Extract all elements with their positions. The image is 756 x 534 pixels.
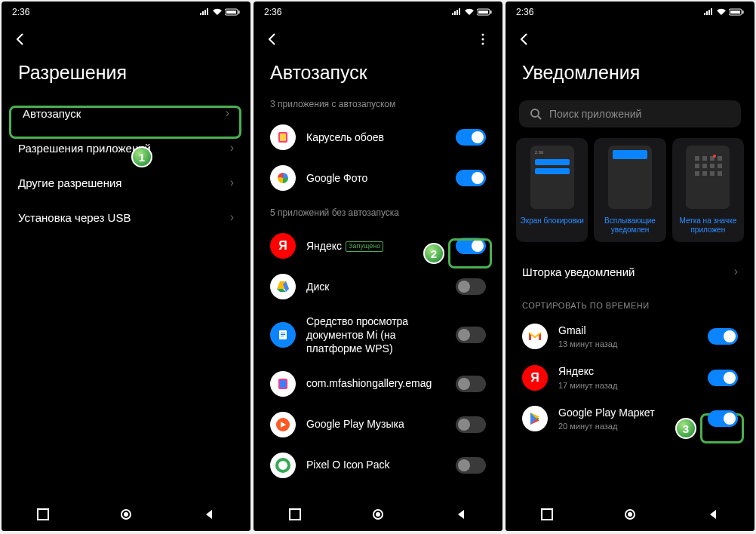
card-badge[interactable]: Метка на значке приложен — [672, 138, 744, 242]
row-label: Автозапуск — [23, 107, 226, 120]
back-button[interactable] — [12, 30, 30, 48]
sort-label: СОРТИРОВАТЬ ПО ВРЕМЕНИ — [506, 289, 754, 316]
row-label: Установка через USB — [18, 211, 230, 224]
status-icons — [451, 8, 492, 16]
nav-recents[interactable] — [540, 508, 554, 521]
toggle-switch-yandex[interactable] — [456, 238, 486, 254]
row-usb-install[interactable]: Установка через USB › — [2, 200, 250, 235]
toggle-switch[interactable] — [708, 410, 738, 427]
app-row: Средство просмотра документов Mi (на пла… — [254, 307, 502, 364]
back-button[interactable] — [516, 30, 534, 48]
statusbar: 2:36 — [254, 2, 502, 23]
svg-point-11 — [482, 43, 484, 45]
mock-floating — [608, 146, 652, 209]
row-notification-shade[interactable]: Шторка уведомлений › — [506, 254, 754, 289]
nav-recents[interactable] — [288, 508, 302, 521]
svg-point-10 — [482, 38, 484, 41]
svg-point-28 — [531, 109, 539, 117]
toggle-switch[interactable] — [456, 278, 486, 295]
app-icon-google-photos — [270, 165, 296, 191]
svg-rect-17 — [281, 336, 284, 336]
toggle-switch[interactable] — [456, 416, 486, 433]
card-label: Всплывающие уведомлен — [597, 216, 662, 235]
running-tag: Запущено — [346, 241, 383, 252]
status-icons — [199, 8, 240, 16]
svg-rect-3 — [38, 509, 48, 520]
svg-rect-27 — [742, 11, 744, 14]
app-label: Google Фото — [306, 171, 445, 185]
app-icon-drive — [270, 274, 296, 299]
svg-rect-7 — [478, 11, 488, 14]
app-row[interactable]: Google Play Маркет 20 минут назад — [506, 398, 754, 439]
section-subtitle-off: 5 приложений без автозапуска — [254, 198, 502, 226]
app-icon-mfashion — [270, 371, 296, 397]
navbar — [506, 498, 754, 531]
status-time: 2:36 — [516, 7, 533, 17]
phone-screen-permissions: 2:36 Разрешения Автозапуск › 1 Разрешени… — [2, 2, 250, 531]
row-autostart[interactable]: Автозапуск › — [6, 96, 246, 130]
card-label: Экран блокировки — [521, 216, 584, 226]
header — [254, 23, 502, 56]
toggle-switch[interactable] — [456, 457, 486, 474]
nav-back[interactable] — [706, 508, 720, 521]
svg-point-5 — [124, 512, 128, 517]
toggle-switch[interactable] — [456, 327, 486, 343]
toggle-switch-yandex[interactable] — [708, 370, 738, 386]
navbar — [254, 498, 502, 531]
app-row: Диск — [254, 266, 502, 307]
svg-rect-13 — [280, 134, 286, 141]
card-lockscreen[interactable]: 2:36 Экран блокировки — [516, 138, 588, 242]
nav-home[interactable] — [119, 508, 133, 521]
app-row-yandex[interactable]: Я Яндекс 17 минут назад — [506, 357, 754, 397]
app-icon-pixel-o — [270, 453, 296, 478]
app-icon-mi-docs — [270, 322, 296, 348]
svg-rect-19 — [280, 380, 286, 388]
svg-point-24 — [376, 512, 380, 517]
card-floating[interactable]: Всплывающие уведомлен — [594, 138, 665, 242]
app-icon-yandex: Я — [522, 365, 548, 391]
svg-rect-22 — [290, 509, 300, 520]
app-label: Яндекс 17 минут назад — [558, 364, 697, 390]
annotation-badge-2: 2 — [423, 243, 444, 264]
app-row[interactable]: Gmail 13 минут назад — [506, 316, 754, 357]
toggle-switch[interactable] — [708, 328, 738, 345]
svg-rect-2 — [238, 11, 240, 14]
app-row: Google Фото — [254, 158, 502, 198]
header — [506, 23, 754, 56]
app-sublabel: 13 минут назад — [558, 339, 697, 349]
more-menu-icon[interactable] — [474, 30, 492, 48]
section-subtitle-on: 3 приложения с автозапуском — [254, 96, 502, 117]
phone-screen-autostart: 2:36 Автозапуск 3 приложения с автозапус… — [254, 2, 502, 531]
nav-recents[interactable] — [36, 508, 50, 521]
row-label: Разрешения приложений — [18, 142, 230, 155]
search-input[interactable]: Поиск приложений — [519, 100, 741, 127]
page-title: Автозапуск — [254, 56, 502, 96]
mock-badge — [686, 146, 730, 209]
chevron-right-icon: › — [734, 265, 738, 278]
row-app-permissions[interactable]: Разрешения приложений › — [2, 130, 250, 165]
nav-back[interactable] — [454, 508, 468, 521]
row-label: Другие разрешения — [18, 176, 230, 189]
svg-point-31 — [628, 512, 632, 517]
app-row: Pixel O Icon Pack — [254, 445, 502, 480]
toggle-switch[interactable] — [456, 376, 486, 392]
card-label: Метка на значке приложен — [675, 216, 741, 235]
page-title: Уведомления — [506, 56, 754, 96]
app-label: Средство просмотра документов Mi (на пла… — [306, 315, 445, 356]
back-button[interactable] — [264, 30, 282, 48]
toggle-switch[interactable] — [456, 170, 486, 186]
row-other-permissions[interactable]: Другие разрешения › — [2, 165, 250, 200]
statusbar: 2:36 — [2, 2, 250, 23]
nav-home[interactable] — [623, 508, 637, 521]
annotation-badge-3: 3 — [675, 418, 696, 439]
svg-rect-1 — [226, 11, 236, 14]
svg-rect-29 — [542, 509, 552, 520]
row-label: Шторка уведомлений — [522, 265, 734, 278]
app-icon-carousel — [270, 124, 296, 150]
svg-rect-16 — [281, 334, 285, 335]
nav-home[interactable] — [371, 508, 385, 521]
chevron-right-icon: › — [230, 176, 234, 189]
nav-back[interactable] — [202, 508, 216, 521]
svg-rect-26 — [730, 11, 740, 14]
toggle-switch[interactable] — [456, 129, 486, 146]
